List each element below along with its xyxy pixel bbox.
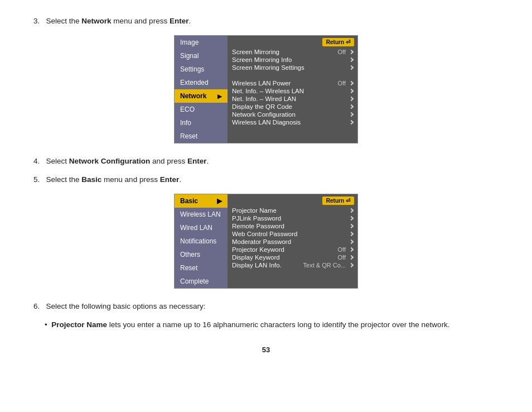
sidebar-item-network-arrow: ▶ [217, 93, 222, 99]
menu-row-projector-keyword: Projector Keyword Off [232, 246, 353, 253]
screen-mirroring-indicator [349, 50, 354, 54]
sidebar2-item-basic: Basic ▶ [175, 194, 228, 208]
menu-row-net-info-wired: Net. Info. – Wired LAN [232, 95, 353, 103]
menu2-items: Projector Name PJLink Password Remote Pa… [228, 194, 357, 277]
sidebar-item-eco: ECO [175, 103, 228, 116]
sidebar-item-signal: Signal [175, 49, 228, 63]
wlan-power-label: Wireless LAN Power [232, 80, 291, 87]
menu-row-display-lan-info: Display LAN Info. Text & QR Co... [232, 261, 353, 269]
step3-text: 3. Select the Network menu and press Ent… [33, 17, 499, 25]
page-number: 53 [33, 346, 499, 354]
sidebar-item-network: Network ▶ [175, 89, 228, 103]
sidebar2-item-wired-lan: Wired LAN [175, 221, 228, 234]
network-config-indicator [349, 112, 354, 117]
web-control-password-label: Web Control Password [232, 231, 297, 237]
sidebar2-basic-arrow: ▶ [217, 197, 222, 205]
page-number-value: 53 [262, 346, 270, 354]
net-info-wired-label: Net. Info. – Wired LAN [232, 95, 296, 102]
step4-text: 4. Select Network Configuration and pres… [33, 157, 499, 165]
menu2-main-panel: Return ⏎ Projector Name PJLink Password … [228, 194, 357, 288]
screen-mirroring-settings-indicator [349, 65, 354, 70]
sidebar2-item-notifications: Notifications [175, 234, 228, 248]
wlan-power-right: Off [338, 80, 353, 87]
display-lan-info-indicator [349, 263, 354, 267]
menu-row-wlan-diagnosis: Wireless LAN Diagnosis [232, 118, 353, 126]
projector-keyword-indicator [349, 247, 354, 252]
pjlink-password-indicator [349, 216, 354, 221]
sidebar2-item-complete: Complete [175, 275, 228, 288]
projector-keyword-label: Projector Keyword [232, 246, 284, 253]
menu1-sidebar: Image Signal Settings Extended Network ▶… [175, 36, 228, 143]
menu2-sidebar: Basic ▶ Wireless LAN Wired LAN Notificat… [175, 194, 228, 288]
menu-row-screen-mirroring-info: Screen Mirroring Info [232, 56, 353, 64]
sidebar2-item-wireless-lan: Wireless LAN [175, 208, 228, 221]
sidebar-item-settings: Settings [175, 63, 228, 76]
display-lan-info-right: Text & QR Co... [303, 262, 353, 269]
menu1-group1: Screen Mirroring Off Screen Mirroring In… [232, 48, 353, 71]
qr-code-indicator [349, 104, 354, 109]
display-keyword-right: Off [338, 254, 353, 261]
menu-row-network-config: Network Configuration [232, 111, 353, 118]
display-keyword-indicator [349, 255, 354, 260]
return-label-2: Return [326, 198, 344, 204]
screen-mirroring-info-label: Screen Mirroring Info [232, 56, 292, 63]
return-arrow-1: ⏎ [346, 39, 350, 45]
menu-row-projector-name: Projector Name [232, 207, 353, 214]
menu-row-pjlink-password: PJLink Password [232, 214, 353, 222]
menu-row-wlan-power: Wireless LAN Power Off [232, 79, 353, 87]
menu-row-remote-password: Remote Password [232, 222, 353, 230]
return-button-2[interactable]: Return ⏎ [322, 197, 354, 205]
sidebar-item-network-label: Network [180, 92, 206, 100]
network-config-label: Network Configuration [232, 111, 296, 118]
screen-mirroring-info-indicator [349, 58, 354, 62]
wlan-power-value: Off [338, 80, 346, 87]
display-keyword-value: Off [338, 254, 346, 261]
step6-text: 6. Select the following basic options as… [33, 302, 499, 310]
projector-name-label: Projector Name [232, 207, 277, 214]
menu-row-screen-mirroring: Screen Mirroring Off [232, 48, 353, 56]
wlan-diagnosis-label: Wireless LAN Diagnosis [232, 119, 301, 126]
projector-name-indicator [349, 208, 354, 213]
screen-mirroring-right: Off [338, 49, 353, 55]
web-control-password-indicator [349, 232, 354, 236]
sidebar2-basic-label: Basic [180, 197, 198, 205]
menu2-group1: Projector Name PJLink Password Remote Pa… [232, 207, 353, 269]
return-arrow-2: ⏎ [346, 198, 350, 204]
menu-row-web-control-password: Web Control Password [232, 230, 353, 238]
moderator-password-label: Moderator Password [232, 238, 291, 245]
screen-mirroring-label: Screen Mirroring [232, 49, 279, 55]
sidebar-item-info: Info [175, 116, 228, 130]
net-info-wireless-label: Net. Info. – Wireless LAN [232, 88, 304, 94]
screen-mirroring-settings-label: Screen Mirroring Settings [232, 64, 304, 71]
wlan-power-indicator [349, 81, 354, 85]
display-lan-info-value: Text & QR Co... [303, 262, 346, 269]
screen-mirroring-value: Off [338, 49, 346, 55]
moderator-password-indicator [349, 239, 354, 244]
menu-row-display-keyword: Display Keyword Off [232, 253, 353, 261]
net-info-wired-indicator [349, 97, 354, 101]
menu-row-qr-code: Display the QR Code [232, 103, 353, 111]
menu1-items: Screen Mirroring Off Screen Mirroring In… [228, 36, 357, 134]
sidebar-item-extended: Extended [175, 76, 228, 89]
wlan-diagnosis-indicator [349, 120, 354, 124]
step6-bullet-projector-name: • Projector Name lets you enter a name u… [45, 320, 499, 329]
remote-password-label: Remote Password [232, 223, 284, 229]
projector-keyword-value: Off [338, 246, 346, 253]
display-keyword-label: Display Keyword [232, 254, 280, 261]
step5-text: 5. Select the Basic menu and press Enter… [33, 175, 499, 184]
return-label-1: Return [326, 39, 344, 45]
step6-section: 6. Select the following basic options as… [33, 302, 499, 329]
qr-code-label: Display the QR Code [232, 103, 292, 110]
menu-row-screen-mirroring-settings: Screen Mirroring Settings [232, 64, 353, 71]
projector-keyword-right: Off [338, 246, 353, 253]
menu1-container: Image Signal Settings Extended Network ▶… [174, 35, 358, 143]
sidebar-item-image: Image [175, 36, 228, 49]
menu-row-moderator-password: Moderator Password [232, 238, 353, 246]
sidebar2-item-others: Others [175, 248, 228, 261]
sidebar-item-reset: Reset [175, 130, 228, 143]
display-lan-info-label: Display LAN Info. [232, 262, 282, 269]
menu1-group2: Wireless LAN Power Off Net. Info. – Wire… [232, 79, 353, 126]
sidebar2-item-reset: Reset [175, 261, 228, 275]
return-button-1[interactable]: Return ⏎ [322, 38, 354, 46]
pjlink-password-label: PJLink Password [232, 215, 281, 222]
